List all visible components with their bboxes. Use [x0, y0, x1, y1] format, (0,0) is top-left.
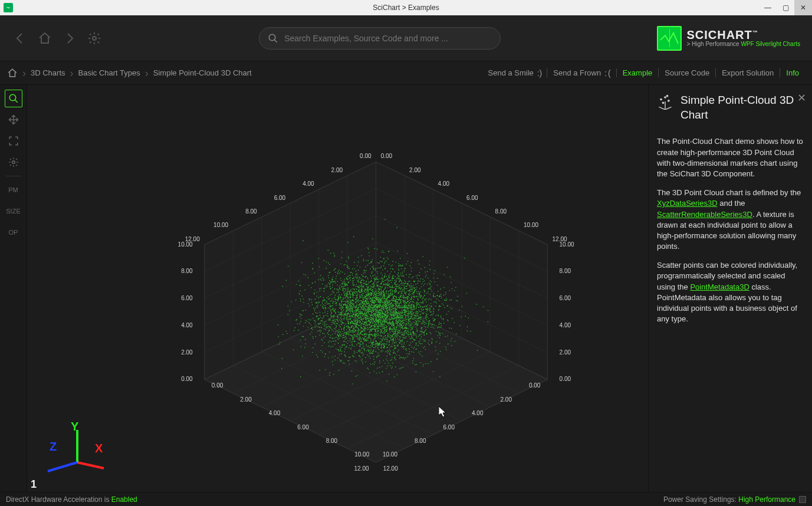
svg-text:10.00: 10.00: [383, 451, 397, 458]
svg-text:4.00: 4.00: [269, 410, 281, 416]
options-tool[interactable]: [5, 153, 22, 171]
maximize-button[interactable]: ▢: [777, 0, 794, 15]
frown-icon: : (: [604, 68, 610, 78]
close-button[interactable]: ✕: [794, 0, 812, 15]
search-box[interactable]: [259, 27, 501, 50]
nav-home-button[interactable]: [37, 30, 53, 47]
breadcrumb-home-icon[interactable]: [7, 68, 18, 78]
tab-example[interactable]: Example: [616, 68, 659, 77]
svg-text:8.00: 8.00: [495, 208, 507, 215]
chart-toolbar: PM SIZE OP: [0, 85, 27, 492]
link-xyzdataseries3d[interactable]: XyzDataSeries3D: [657, 199, 718, 208]
svg-text:6.00: 6.00: [560, 295, 571, 301]
send-frown-button[interactable]: Send a Frown: (: [547, 68, 616, 78]
svg-point-90: [660, 98, 662, 100]
svg-point-91: [665, 97, 666, 98]
close-info-button[interactable]: ✕: [797, 91, 806, 106]
info-title: Simple Point-Cloud 3D Chart: [680, 93, 804, 122]
scatter3d-icon: [657, 93, 673, 110]
svg-text:6.00: 6.00: [274, 195, 286, 201]
svg-text:2.00: 2.00: [409, 167, 421, 173]
svg-text:8.00: 8.00: [326, 438, 338, 444]
svg-text:12.00: 12.00: [553, 236, 567, 242]
svg-text:10.00: 10.00: [354, 451, 369, 458]
svg-point-0: [93, 37, 96, 40]
status-bar: DirectX Hardware Acceleration is Enabled…: [0, 492, 812, 506]
minimize-button[interactable]: —: [759, 0, 777, 15]
svg-point-1: [269, 34, 275, 41]
app-icon: ~: [4, 3, 13, 12]
info-paragraph-3: Scatter points can be colored individual…: [657, 260, 804, 324]
link-pointmetadata3d[interactable]: PointMetadata3D: [690, 282, 749, 291]
svg-text:6.00: 6.00: [181, 295, 193, 301]
chart-surface[interactable]: 0.002.004.006.008.0010.000.002.004.006.0…: [27, 85, 648, 492]
gizmo-x-label: X: [95, 442, 103, 455]
search-input[interactable]: [284, 34, 492, 43]
svg-text:4.00: 4.00: [472, 410, 484, 416]
svg-text:8.00: 8.00: [181, 268, 193, 274]
toolbar-divider: [6, 176, 21, 176]
point-marker-tool[interactable]: PM: [5, 181, 22, 199]
svg-point-92: [668, 100, 669, 101]
main-area: PM SIZE OP 0.002.004.006.008.0010.000.00…: [0, 85, 812, 492]
svg-text:0.00: 0.00: [381, 153, 393, 159]
gizmo-z-label: Z: [50, 440, 57, 454]
svg-text:2.00: 2.00: [560, 349, 571, 356]
svg-text:12.00: 12.00: [185, 236, 200, 242]
chevron-left-icon: [13, 31, 27, 45]
search-icon: [8, 93, 19, 104]
breadcrumb-l2[interactable]: Basic Chart Types: [78, 68, 140, 77]
svg-text:6.00: 6.00: [443, 424, 455, 431]
svg-text:12.00: 12.00: [354, 465, 369, 472]
svg-text:4.00: 4.00: [438, 180, 450, 187]
svg-text:2.00: 2.00: [500, 396, 512, 403]
search-icon: [268, 33, 278, 44]
smile-icon: : ): [537, 68, 541, 78]
svg-text:2.00: 2.00: [181, 349, 193, 356]
zoom-tool[interactable]: [5, 90, 22, 107]
send-smile-button[interactable]: Send a Smile: ): [482, 68, 547, 78]
tab-export-solution[interactable]: Export Solution: [715, 68, 780, 77]
svg-line-89: [48, 462, 77, 471]
status-indicator-icon: [799, 496, 806, 503]
svg-text:12.00: 12.00: [383, 465, 398, 472]
link-scatterrenderableseries3d[interactable]: ScatterRenderableSeries3D: [657, 210, 752, 219]
svg-point-94: [666, 96, 668, 97]
nav-back-button[interactable]: [12, 30, 28, 47]
axis-gizmo[interactable]: X Y Z: [39, 409, 110, 480]
window-title: SciChart > Examples: [373, 4, 439, 12]
breadcrumb-l1[interactable]: 3D Charts: [31, 68, 65, 77]
svg-text:10.00: 10.00: [524, 222, 538, 228]
nav-forward-button[interactable]: [61, 30, 78, 47]
pan-tool[interactable]: [5, 111, 22, 129]
extents-tool[interactable]: [5, 132, 22, 150]
sequence-number: 1: [31, 478, 37, 491]
status-accel: DirectX Hardware Acceleration is Enabled: [6, 495, 137, 504]
sub-toolbar: › 3D Charts › Basic Chart Types › Simple…: [0, 61, 812, 85]
window-titlebar: ~ SciChart > Examples — ▢ ✕: [0, 0, 812, 15]
cursor-icon: [439, 406, 448, 418]
tab-source-code[interactable]: Source Code: [658, 68, 715, 77]
svg-point-3: [12, 161, 15, 164]
svg-text:0.00: 0.00: [181, 376, 193, 382]
tab-info[interactable]: Info: [780, 68, 805, 77]
settings-button[interactable]: [86, 30, 103, 47]
svg-text:0.00: 0.00: [360, 153, 372, 159]
svg-text:8.00: 8.00: [560, 268, 571, 274]
point-size-tool[interactable]: SIZE: [5, 202, 22, 220]
gear-icon: [87, 31, 101, 45]
chevron-right-icon: ›: [143, 68, 151, 78]
opacity-tool[interactable]: OP: [5, 224, 22, 241]
status-power[interactable]: Power Saving Settings: High Performance: [663, 495, 795, 504]
brand-logo: SCICHART™ > High Performance WPF Silverl…: [657, 26, 800, 51]
info-paragraph-2: The 3D Point Cloud chart is defined by t…: [657, 188, 804, 252]
svg-text:0.00: 0.00: [529, 382, 541, 389]
breadcrumb-l3[interactable]: Simple Point-Cloud 3D Chart: [153, 68, 252, 77]
breadcrumb: › 3D Charts › Basic Chart Types › Simple…: [7, 68, 252, 78]
move-icon: [8, 114, 19, 125]
logo-badge-icon: [657, 26, 682, 51]
svg-text:10.00: 10.00: [213, 222, 228, 228]
svg-text:8.00: 8.00: [245, 208, 257, 215]
top-toolbar: SCICHART™ > High Performance WPF Silverl…: [0, 15, 812, 61]
svg-text:2.00: 2.00: [331, 167, 343, 173]
